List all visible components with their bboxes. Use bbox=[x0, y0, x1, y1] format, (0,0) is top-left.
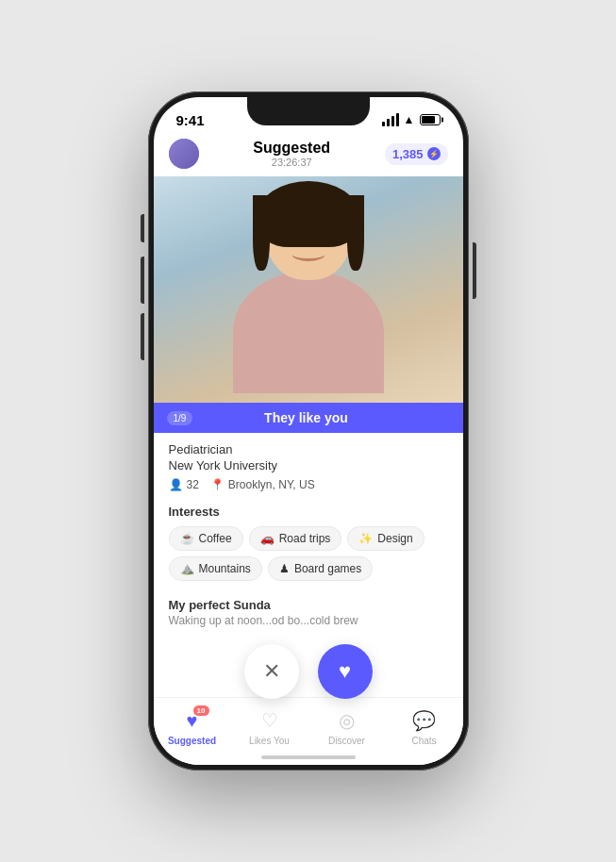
app-header: Suggested 23:26:37 1,385 ⚡ bbox=[154, 135, 463, 176]
interest-coffee: ☕ Coffee bbox=[169, 526, 243, 551]
action-buttons: ✕ ♥ bbox=[244, 644, 373, 699]
header-center: Suggested 23:26:37 bbox=[253, 140, 330, 168]
person-body bbox=[233, 271, 384, 393]
power-button bbox=[473, 242, 476, 299]
suggested-label: Suggested bbox=[168, 736, 216, 746]
design-label: Design bbox=[377, 532, 412, 545]
nav-icon-wrap-suggested: ♥ 10 bbox=[179, 707, 206, 734]
road-trips-emoji: 🚗 bbox=[260, 532, 275, 545]
coins-value: 1,385 bbox=[392, 147, 424, 161]
user-avatar[interactable] bbox=[169, 139, 199, 169]
profile-image-container[interactable] bbox=[154, 176, 463, 403]
nav-item-likes[interactable]: ♡ Likes You bbox=[231, 705, 308, 746]
header-title: Suggested bbox=[253, 140, 330, 157]
age-value: 32 bbox=[187, 478, 199, 491]
age-meta: 👤 32 bbox=[169, 478, 199, 491]
like-text: They like you bbox=[192, 410, 419, 425]
avatar-image bbox=[169, 139, 199, 169]
interest-mountains: ⛰️ Mountains bbox=[169, 556, 262, 581]
mountains-label: Mountains bbox=[199, 562, 251, 575]
wifi-icon: ▲ bbox=[404, 113, 415, 126]
coin-icon: ⚡ bbox=[427, 147, 441, 160]
phone-frame: 9:41 ▲ Suggested 23:26:37 bbox=[148, 91, 469, 771]
like-banner: 1/9 They like you bbox=[154, 403, 463, 433]
interests-row-1: ☕ Coffee 🚗 Road trips ✨ Design bbox=[169, 526, 448, 551]
design-emoji: ✨ bbox=[358, 532, 373, 545]
nav-icon-wrap-discover: ◎ bbox=[334, 707, 360, 734]
nav-item-suggested[interactable]: ♥ 10 Suggested bbox=[154, 705, 231, 746]
nav-item-chats[interactable]: 💬 Chats bbox=[386, 705, 463, 746]
signal-bar-2 bbox=[387, 119, 390, 126]
profile-details: Pediatrician New York University 👤 32 📍 … bbox=[154, 433, 463, 499]
profile-photo bbox=[214, 186, 403, 403]
dislike-icon: ✕ bbox=[263, 659, 280, 684]
person-smile bbox=[291, 247, 325, 261]
discover-label: Discover bbox=[328, 736, 365, 746]
age-icon: 👤 bbox=[169, 478, 183, 491]
notch bbox=[247, 97, 370, 125]
status-time: 9:41 bbox=[176, 112, 205, 128]
signal-bars-icon bbox=[382, 113, 399, 126]
likes-icon: ♡ bbox=[261, 709, 278, 732]
person-eye-right bbox=[325, 222, 332, 229]
discover-icon: ◎ bbox=[339, 709, 355, 732]
signal-bar-1 bbox=[382, 122, 385, 126]
profile-meta: 👤 32 📍 Brooklyn, NY, US bbox=[169, 478, 448, 491]
profile-counter-badge: 1/9 bbox=[167, 411, 193, 425]
mute-button bbox=[141, 214, 144, 242]
profile-job: Pediatrician bbox=[169, 442, 448, 456]
dislike-button[interactable]: ✕ bbox=[244, 644, 299, 699]
person-head bbox=[266, 186, 351, 280]
battery-icon bbox=[420, 114, 441, 125]
person-eye-left bbox=[285, 222, 292, 229]
location-meta: 📍 Brooklyn, NY, US bbox=[210, 478, 315, 491]
signal-bar-3 bbox=[391, 116, 394, 126]
mountains-emoji: ⛰️ bbox=[180, 562, 194, 575]
interest-board-games: ♟ Board games bbox=[268, 556, 373, 581]
nav-item-discover[interactable]: ◎ Discover bbox=[308, 705, 386, 746]
likes-label: Likes You bbox=[249, 736, 290, 746]
nav-icon-wrap-chats: 💬 bbox=[411, 707, 438, 734]
chats-icon: 💬 bbox=[412, 709, 436, 732]
interests-row-2: ⛰️ Mountains ♟ Board games bbox=[169, 556, 448, 581]
home-indicator bbox=[261, 755, 356, 759]
board-games-emoji: ♟ bbox=[279, 562, 290, 575]
battery-fill bbox=[422, 116, 435, 124]
about-text: Waking up at noon...od bo...cold brew bbox=[169, 614, 448, 627]
suggested-badge: 10 bbox=[193, 705, 209, 716]
signal-bar-4 bbox=[396, 113, 399, 126]
interests-section: Interests ☕ Coffee 🚗 Road trips ✨ Design… bbox=[154, 499, 463, 594]
profile-university: New York University bbox=[169, 458, 448, 472]
person-eyes bbox=[285, 222, 332, 229]
chats-label: Chats bbox=[411, 736, 436, 746]
status-icons: ▲ bbox=[382, 113, 441, 126]
about-section: My perfect Sunda Waking up at noon...od … bbox=[154, 594, 463, 627]
road-trips-label: Road trips bbox=[279, 532, 331, 545]
coins-display[interactable]: 1,385 ⚡ bbox=[385, 143, 448, 165]
interest-road-trips: 🚗 Road trips bbox=[249, 526, 342, 551]
interests-title: Interests bbox=[169, 505, 448, 519]
phone-screen: 9:41 ▲ Suggested 23:26:37 bbox=[154, 97, 463, 765]
header-timer: 23:26:37 bbox=[253, 157, 330, 168]
like-button[interactable]: ♥ bbox=[318, 644, 373, 699]
board-games-label: Board games bbox=[294, 562, 361, 575]
about-title: My perfect Sunda bbox=[169, 598, 448, 612]
person-hair-top bbox=[258, 181, 358, 247]
like-icon: ♥ bbox=[339, 659, 351, 684]
location-icon: 📍 bbox=[210, 478, 225, 491]
coffee-emoji: ☕ bbox=[180, 532, 194, 545]
interest-design: ✨ Design bbox=[347, 526, 424, 551]
coffee-label: Coffee bbox=[199, 532, 232, 545]
nav-icon-wrap-likes: ♡ bbox=[257, 707, 283, 734]
volume-up-button bbox=[141, 257, 144, 304]
volume-down-button bbox=[141, 313, 144, 360]
location-value: Brooklyn, NY, US bbox=[228, 478, 315, 491]
